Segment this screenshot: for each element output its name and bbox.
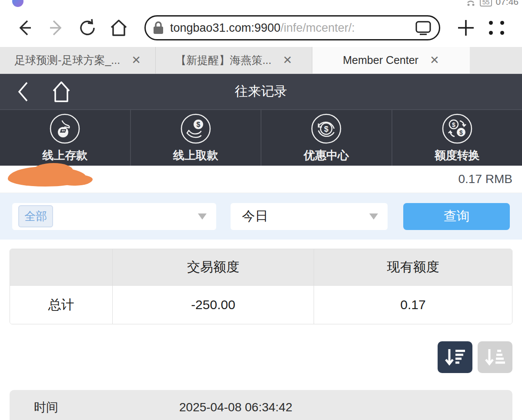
header-cell-current: 现有额度 <box>314 249 512 285</box>
tab-title: 【新提醒】海燕策... <box>175 53 271 67</box>
url-domain: tongbao31.com:9900 <box>170 21 281 34</box>
withdraw-hand-coin-icon: $ <box>180 113 211 144</box>
header-cell-trade: 交易额度 <box>113 249 314 285</box>
new-tab-button[interactable] <box>452 14 479 41</box>
promo-coin-refresh-icon: $ <box>311 113 342 144</box>
svg-text:$: $ <box>452 121 455 128</box>
address-bar[interactable]: tongbao31.com:9900/infe/mcenter/: <box>144 15 440 40</box>
table-header-row: 交易额度 现有额度 <box>10 249 512 286</box>
balance-amount: 0.17 RMB <box>458 172 513 186</box>
summary-table: 交易额度 现有额度 总计 -250.00 0.17 <box>10 249 512 324</box>
header-cell-blank <box>10 249 113 285</box>
svg-text:$: $ <box>196 121 200 128</box>
chevron-down-icon <box>369 213 378 220</box>
nav-promo-center[interactable]: $ 优惠中心 <box>261 110 392 166</box>
tab-close-icon[interactable]: ✕ <box>430 53 439 67</box>
nav-online-withdraw[interactable]: $ 线上取款 <box>131 110 262 166</box>
nav-online-deposit[interactable]: 线上存款 <box>0 110 131 166</box>
scribble-redaction <box>8 167 86 187</box>
type-select-value: 全部 <box>18 205 53 227</box>
tab-football[interactable]: 足球预测-足球方案_... ✕ <box>0 47 156 73</box>
nav-label: 优惠中心 <box>304 148 349 163</box>
sort-descending-button[interactable] <box>438 341 472 373</box>
nav-label: 线上取款 <box>173 148 218 163</box>
reload-button[interactable] <box>74 14 101 41</box>
app-badge-icon <box>12 0 23 7</box>
account-row: si nnnn 0.17 RMB <box>0 166 522 193</box>
tab-title: 足球预测-足球方案_... <box>14 53 120 67</box>
tab-strip: 足球预测-足球方案_... ✕ 【新提醒】海燕策... ✕ Member Cen… <box>0 47 522 74</box>
total-label: 总计 <box>10 286 113 324</box>
menu-button[interactable] <box>484 14 511 41</box>
home-button[interactable] <box>105 14 132 41</box>
url-path: /infe/mcenter/: <box>281 21 355 34</box>
menu-dots-icon <box>489 21 505 35</box>
svg-text:$: $ <box>324 125 328 133</box>
forward-button[interactable] <box>43 14 70 41</box>
network-signal-icon <box>466 0 476 7</box>
record-card-header: 时间 2025-04-08 06:34:42 <box>10 390 512 420</box>
chevron-down-icon <box>198 213 207 220</box>
tab-close-icon[interactable]: ✕ <box>131 53 141 67</box>
sort-ascending-icon <box>484 347 506 367</box>
status-time: 07:46 <box>495 0 519 7</box>
status-bar: 55 07:46 <box>0 0 522 9</box>
svg-text:$: $ <box>459 129 463 136</box>
page-title: 往来记录 <box>0 83 522 100</box>
quick-nav: 线上存款 $ 线上取款 $ 优惠中心 $ $ 额度转换 <box>0 110 522 166</box>
tab-member-center[interactable]: Member Center ✕ <box>312 47 470 73</box>
filter-bar: 全部 今日 查询 <box>0 193 522 240</box>
date-select[interactable]: 今日 <box>231 203 388 230</box>
nav-label: 额度转换 <box>435 148 480 163</box>
tab-close-icon[interactable]: ✕ <box>283 53 292 67</box>
current-amount: 0.17 <box>314 286 512 324</box>
sort-ascending-button[interactable] <box>478 341 512 373</box>
type-select[interactable]: 全部 <box>12 203 216 230</box>
nav-label: 线上存款 <box>42 148 87 163</box>
tab-notice[interactable]: 【新提醒】海燕策... ✕ <box>156 47 312 73</box>
sort-controls <box>0 324 522 390</box>
back-button[interactable] <box>11 14 38 41</box>
trade-amount: -250.00 <box>113 286 314 324</box>
desktop-site-icon[interactable] <box>415 20 432 36</box>
battery-indicator: 55 <box>480 0 492 7</box>
time-value: 2025-04-08 06:34:42 <box>97 400 375 414</box>
deposit-hand-cash-icon <box>49 113 80 144</box>
lock-icon <box>153 21 164 35</box>
nav-quota-transfer[interactable]: $ $ 额度转换 <box>392 110 522 166</box>
query-button[interactable]: 查询 <box>403 203 510 230</box>
table-row: 总计 -250.00 0.17 <box>10 286 512 324</box>
page-header: 往来记录 <box>0 74 522 110</box>
date-select-value: 今日 <box>237 207 268 225</box>
transfer-coins-exchange-icon: $ $ <box>442 113 473 144</box>
url-text: tongbao31.com:9900/infe/mcenter/: <box>170 21 415 35</box>
sort-descending-icon <box>444 347 466 367</box>
browser-toolbar: tongbao31.com:9900/infe/mcenter/: <box>0 9 522 47</box>
time-label: 时间 <box>10 399 97 416</box>
tab-title: Member Center <box>343 54 418 67</box>
